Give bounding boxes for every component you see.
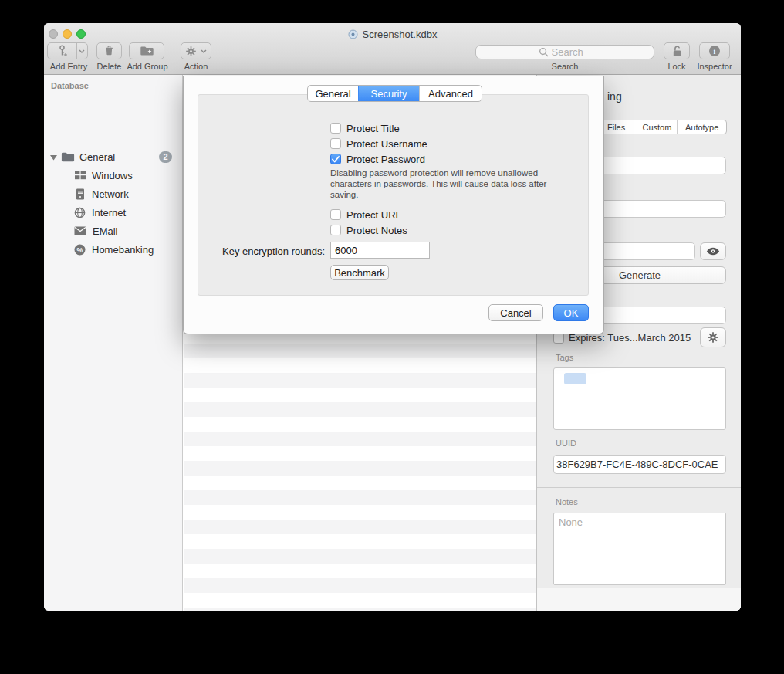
protect-password-checkbox[interactable] bbox=[330, 154, 341, 164]
action-button[interactable] bbox=[181, 42, 211, 59]
tags-label: Tags bbox=[556, 353, 573, 362]
lock-button[interactable] bbox=[664, 42, 690, 59]
tab-custom[interactable]: Custom bbox=[637, 120, 678, 134]
check-icon bbox=[332, 156, 340, 163]
globe-icon bbox=[74, 207, 86, 218]
gear-icon bbox=[707, 331, 719, 344]
protect-url-row: Protect URL bbox=[330, 208, 401, 222]
gear-icon bbox=[185, 46, 197, 57]
add-entry-label: Add Entry bbox=[47, 62, 90, 71]
add-group-button[interactable] bbox=[129, 42, 164, 59]
sidebar-item-general[interactable]: General 2 bbox=[44, 147, 183, 166]
svg-text:%: % bbox=[76, 246, 83, 253]
add-entry-dropdown[interactable] bbox=[77, 49, 87, 53]
dialog-tab-bar: General Security Advanced bbox=[307, 85, 482, 102]
password-protection-warning: Disabling password protection will remov… bbox=[330, 168, 556, 200]
chevron-down-icon bbox=[79, 49, 85, 53]
document-proxy-icon bbox=[348, 29, 358, 39]
sidebar-item-network[interactable]: Network bbox=[44, 185, 183, 203]
inspector-label: Inspector bbox=[691, 62, 738, 71]
search-input[interactable] bbox=[552, 46, 592, 58]
sidebar-item-label: Windows bbox=[92, 170, 133, 181]
database-settings-dialog: General Security Advanced Protect Title … bbox=[183, 76, 604, 334]
percent-icon: % bbox=[74, 244, 86, 256]
uuid-field[interactable]: 38F629B7-FC4E-489C-8DCF-0CAE bbox=[553, 455, 726, 474]
title-area: Screenshot.kdbx bbox=[44, 28, 741, 40]
folder-icon bbox=[61, 151, 75, 163]
windows-icon bbox=[74, 170, 86, 181]
sidebar-item-homebanking[interactable]: % Homebanking bbox=[44, 240, 183, 259]
sidebar-item-label: Internet bbox=[92, 207, 126, 218]
disclosure-triangle-icon[interactable] bbox=[47, 151, 59, 163]
reveal-password-button[interactable] bbox=[700, 242, 726, 260]
key-rounds-label: Key encryption rounds: bbox=[184, 246, 325, 257]
tag-chip[interactable] bbox=[564, 373, 586, 384]
server-icon bbox=[76, 188, 85, 200]
folder-plus-icon bbox=[140, 45, 154, 57]
key-rounds-input[interactable] bbox=[330, 242, 430, 259]
tab-advanced[interactable]: Advanced bbox=[419, 86, 482, 101]
sidebar-item-label: General bbox=[79, 151, 115, 163]
key-plus-icon bbox=[48, 44, 76, 58]
inspector-button[interactable]: i bbox=[699, 42, 730, 59]
sidebar-item-label: Network bbox=[92, 188, 129, 200]
search-field[interactable] bbox=[475, 45, 654, 59]
sidebar-item-label: EMail bbox=[93, 225, 118, 237]
search-label: Search bbox=[475, 62, 654, 71]
delete-label: Delete bbox=[90, 62, 128, 71]
info-icon: i bbox=[708, 45, 721, 57]
panel-footer bbox=[537, 588, 741, 611]
sidebar: Database General 2 Windows Network Inter… bbox=[44, 75, 183, 611]
sidebar-section-header: Database bbox=[51, 81, 89, 90]
protect-notes-checkbox[interactable] bbox=[330, 225, 341, 235]
titlebar-toolbar: Screenshot.kdbx Add Entry Delete Add Gro… bbox=[44, 23, 741, 75]
protect-title-checkbox[interactable] bbox=[330, 123, 341, 134]
protect-username-label: Protect Username bbox=[346, 138, 427, 150]
add-entry-button[interactable] bbox=[47, 42, 88, 59]
tab-security[interactable]: Security bbox=[358, 86, 419, 101]
sidebar-item-windows[interactable]: Windows bbox=[44, 166, 183, 185]
ok-button[interactable]: OK bbox=[553, 304, 589, 321]
add-group-label: Add Group bbox=[123, 62, 171, 71]
entry-count-badge: 2 bbox=[159, 151, 172, 163]
tags-box[interactable] bbox=[553, 367, 726, 430]
delete-button[interactable] bbox=[96, 42, 122, 59]
lock-open-icon bbox=[671, 45, 683, 58]
protect-title-label: Protect Title bbox=[346, 123, 400, 134]
search-icon bbox=[539, 47, 549, 57]
protect-username-row: Protect Username bbox=[330, 137, 427, 151]
protect-url-checkbox[interactable] bbox=[330, 209, 341, 220]
protect-notes-label: Protect Notes bbox=[346, 225, 407, 236]
sidebar-item-internet[interactable]: Internet bbox=[44, 203, 183, 222]
protect-title-row: Protect Title bbox=[330, 121, 400, 135]
action-label: Action bbox=[177, 62, 215, 71]
svg-text:i: i bbox=[714, 47, 716, 56]
protect-password-row: Protect Password bbox=[330, 152, 425, 166]
protect-password-label: Protect Password bbox=[346, 154, 425, 165]
envelope-icon bbox=[74, 226, 86, 235]
sidebar-item-label: Homebanking bbox=[92, 244, 154, 256]
benchmark-button[interactable]: Benchmark bbox=[330, 265, 389, 280]
trash-icon bbox=[103, 45, 115, 57]
sidebar-item-email[interactable]: EMail bbox=[44, 222, 183, 240]
cancel-button[interactable]: Cancel bbox=[488, 304, 543, 321]
divider bbox=[537, 487, 741, 488]
expires-settings-button[interactable] bbox=[700, 327, 726, 347]
protect-notes-row: Protect Notes bbox=[330, 223, 407, 237]
tab-general[interactable]: General bbox=[308, 86, 358, 101]
notes-label: Notes bbox=[556, 497, 578, 506]
chevron-down-icon bbox=[201, 49, 207, 53]
tab-autotype[interactable]: Autotype bbox=[677, 120, 726, 134]
protect-url-label: Protect URL bbox=[346, 209, 401, 221]
window-title: Screenshot.kdbx bbox=[363, 29, 438, 40]
eye-icon bbox=[706, 247, 720, 256]
notes-box[interactable]: None bbox=[553, 513, 726, 585]
app-window: Screenshot.kdbx Add Entry Delete Add Gro… bbox=[44, 23, 741, 611]
uuid-label: UUID bbox=[556, 439, 576, 448]
protect-username-checkbox[interactable] bbox=[330, 138, 341, 149]
entry-title-fragment: ing bbox=[607, 90, 622, 103]
